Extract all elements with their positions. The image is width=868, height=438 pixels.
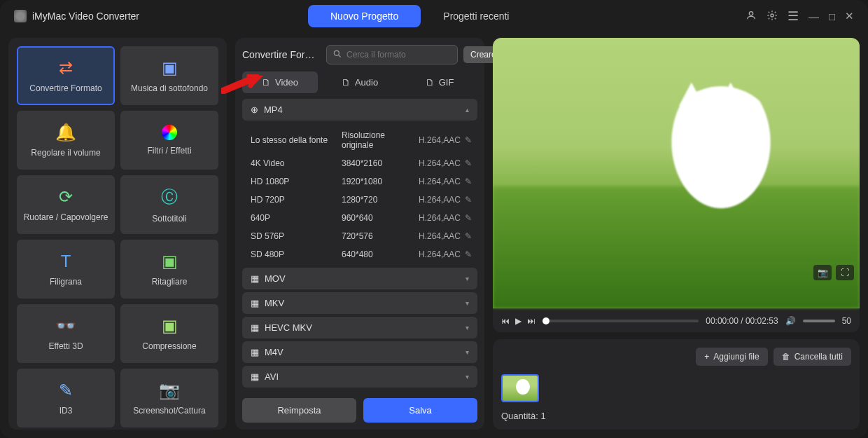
edit-preset-icon[interactable]: ✎ (465, 231, 472, 241)
volume-icon: 🔔 (55, 123, 76, 142)
format-section[interactable]: ▦M4V▾ (242, 341, 477, 363)
seek-handle[interactable] (542, 317, 550, 324)
seek-track[interactable] (542, 320, 699, 322)
files-panel: + Aggiungi file 🗑 Cancella tutti Quantit… (493, 339, 860, 430)
edit-preset-icon[interactable]: ✎ (465, 177, 472, 186)
screenshot-icon: 📷 (159, 381, 180, 400)
format-section[interactable]: ▦AVI▾ (242, 366, 477, 388)
preset-resolution: 1920*1080 (342, 177, 419, 186)
preset-row[interactable]: HD 1080P1920*1080H.264,AAC✎ (242, 172, 477, 191)
crop-icon: ▣ (162, 252, 178, 271)
svg-point-1 (771, 14, 774, 17)
tab-gif[interactable]: 🗋 GIF (402, 71, 477, 93)
tab-recent-projects[interactable]: Progetti recenti (421, 5, 531, 27)
tool-convert[interactable]: ⇄Convertire Formato (17, 46, 115, 105)
tab-video-label: Video (275, 77, 298, 88)
snapshot-icon[interactable]: 📷 (813, 265, 832, 280)
edit-preset-icon[interactable]: ✎ (465, 195, 472, 205)
tab-video[interactable]: 🗋 Video (242, 71, 318, 93)
tool-label: Compressione (142, 341, 196, 351)
tab-audio-label: Audio (355, 77, 378, 88)
maximize-icon[interactable]: □ (829, 11, 835, 22)
format-section-mp4[interactable]: ⊕MP4 ▴ (242, 99, 477, 121)
user-icon[interactable] (746, 10, 757, 23)
save-button[interactable]: Salva (363, 398, 477, 423)
format-search-input[interactable] (346, 50, 451, 60)
preset-row[interactable]: SD 576P720*576H.264,AAC✎ (242, 227, 477, 245)
format-section[interactable]: ▦MKV▾ (242, 292, 477, 314)
format-section-label: M4V (265, 347, 284, 357)
menu-icon[interactable]: ☰ (788, 8, 799, 24)
file-thumbnail[interactable] (501, 374, 539, 402)
preset-row[interactable]: SD 480P640*480H.264,AAC✎ (242, 245, 477, 264)
edit-preset-icon[interactable]: ✎ (465, 213, 472, 223)
preset-row[interactable]: Lo stesso della fonteRisoluzione origina… (242, 126, 477, 154)
svg-point-0 (749, 11, 752, 15)
preset-resolution: 960*640 (342, 213, 419, 223)
gif-file-icon: 🗋 (426, 77, 435, 88)
tool-compress[interactable]: ▣Compressione (120, 304, 218, 363)
format-icon: ▦ (251, 298, 259, 308)
tool-3d[interactable]: 👓Effetti 3D (17, 304, 115, 363)
tool-crop[interactable]: ▣Ritagliare (120, 240, 218, 299)
id3-icon: ✎ (59, 381, 73, 400)
tool-watermark[interactable]: TFiligrana (17, 240, 115, 299)
format-search[interactable] (326, 45, 458, 64)
minimize-icon[interactable]: — (808, 11, 819, 22)
tab-new-project[interactable]: Nuovo Progetto (308, 5, 421, 27)
preset-resolution: 3840*2160 (342, 158, 419, 168)
format-section-label: AVI (265, 371, 279, 382)
format-icon: ▦ (251, 347, 259, 357)
tool-bgmusic[interactable]: ▣Musica di sottofondo (120, 46, 218, 105)
volume-track[interactable] (803, 320, 835, 322)
preset-codec: H.264,AAC (419, 177, 461, 186)
format-section[interactable]: ▦MOV▾ (242, 268, 477, 289)
tool-screenshot[interactable]: 📷Screenshot/Cattura (120, 369, 218, 427)
tool-volume[interactable]: 🔔Regolare il volume (17, 111, 115, 170)
format-tabs: 🗋 Video 🗋 Audio 🗋 GIF (242, 71, 477, 93)
compress-icon: ▣ (162, 316, 178, 336)
format-section-label: MP4 (264, 104, 283, 115)
tab-audio[interactable]: 🗋 Audio (322, 71, 398, 93)
volume-value: 50 (842, 316, 851, 326)
tool-label: Filtri / Effetti (147, 146, 191, 156)
preset-name: HD 1080P (251, 177, 342, 186)
format-list[interactable]: ⊕MP4 ▴ Lo stesso della fonteRisoluzione … (242, 99, 477, 392)
chevron-up-icon: ▴ (465, 106, 469, 114)
preset-row[interactable]: 640P960*640H.264,AAC✎ (242, 209, 477, 227)
preview-image[interactable]: 📷 ⛶ (493, 38, 860, 308)
3d-icon: 👓 (55, 316, 76, 336)
preset-row[interactable]: HD 720P1280*720H.264,AAC✎ (242, 191, 477, 209)
add-file-button[interactable]: + Aggiungi file (696, 348, 767, 366)
format-panel-title: Convertire Forma... (242, 49, 321, 60)
reset-button[interactable]: Reimposta (242, 398, 356, 423)
tool-label: Screenshot/Cattura (133, 406, 205, 416)
preview-overlay-controls: 📷 ⛶ (813, 265, 854, 280)
gear-icon[interactable] (766, 10, 778, 23)
preview-column: 📷 ⛶ ⏮ ▶ ⏭ 00:00:00 / 00:02:53 🔊 50 (493, 38, 860, 430)
edit-preset-icon[interactable]: ✎ (465, 249, 472, 259)
close-window-icon[interactable]: ✕ (845, 10, 854, 22)
tool-subtitle[interactable]: ⒸSottotitoli (120, 175, 218, 234)
tool-label: Regolare il volume (31, 148, 100, 158)
tool-id3[interactable]: ✎ID3 (17, 369, 115, 427)
volume-icon[interactable]: 🔊 (785, 316, 796, 326)
tool-filter[interactable]: Filtri / Effetti (120, 111, 218, 170)
clear-all-button[interactable]: 🗑 Cancella tutti (774, 348, 851, 366)
fullscreen-icon[interactable]: ⛶ (836, 265, 854, 280)
format-section[interactable]: ▦HEVC MKV▾ (242, 317, 477, 338)
subtitle-icon: Ⓒ (161, 186, 178, 208)
edit-preset-icon[interactable]: ✎ (465, 135, 472, 145)
bgmusic-icon: ▣ (162, 58, 178, 78)
tool-rotate[interactable]: ⟳Ruotare / Capovolgere (17, 175, 115, 234)
tool-label: Musica di sottofondo (131, 83, 208, 93)
preset-row[interactable]: 4K Video3840*2160H.264,AAC✎ (242, 154, 477, 172)
next-frame-icon[interactable]: ⏭ (527, 316, 536, 326)
preset-name: Lo stesso della fonte (251, 135, 342, 145)
prev-frame-icon[interactable]: ⏮ (501, 316, 510, 326)
play-icon[interactable]: ▶ (515, 316, 522, 326)
tool-label: Filigrana (50, 277, 82, 287)
chevron-down-icon: ▾ (465, 373, 469, 381)
preset-list: Lo stesso della fonteRisoluzione origina… (242, 123, 477, 268)
edit-preset-icon[interactable]: ✎ (465, 158, 472, 168)
